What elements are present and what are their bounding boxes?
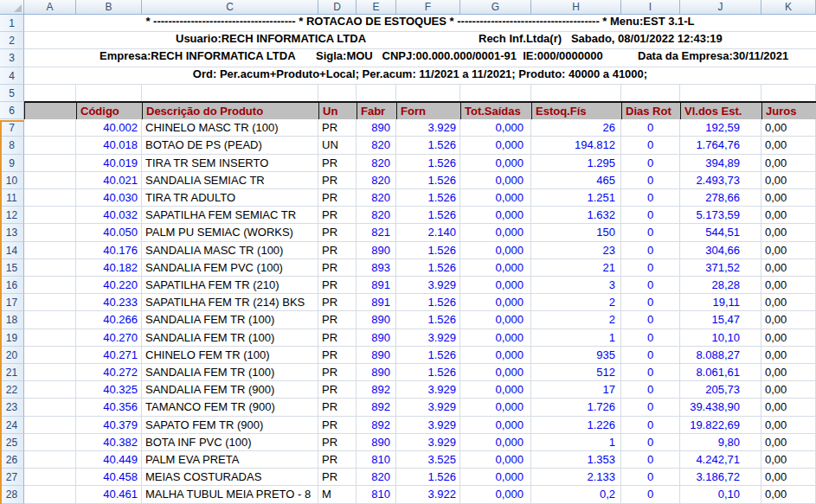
cell-K24[interactable]: 0,00 bbox=[761, 417, 816, 434]
column-header-D[interactable]: D bbox=[318, 0, 357, 15]
cell-D8[interactable]: UN bbox=[318, 137, 357, 154]
cell-C8[interactable]: BOTAO DE PS (PEAD) bbox=[142, 137, 318, 154]
cell-I23[interactable]: 0 bbox=[621, 399, 680, 416]
data-da-empresa-cell[interactable]: Data da Empresa:30/11/2021 bbox=[638, 49, 788, 62]
cell-C23[interactable]: TAMANCO FEM TR (900) bbox=[142, 399, 318, 416]
cell-G22[interactable]: 0,000 bbox=[460, 381, 531, 399]
cell-J12[interactable]: 5.173,59 bbox=[680, 207, 761, 224]
cell-A15[interactable] bbox=[24, 259, 76, 277]
cell-E21[interactable]: 890 bbox=[357, 364, 396, 381]
cell-J23[interactable]: 39.438,90 bbox=[680, 399, 761, 416]
cell-I17[interactable]: 0 bbox=[621, 294, 680, 311]
table-header-7[interactable]: Estoq.Fís bbox=[532, 103, 622, 120]
cell-C26[interactable]: PALM EVA PRETA bbox=[142, 451, 318, 469]
cell-K15[interactable]: 0,00 bbox=[761, 259, 816, 277]
cell-H18[interactable]: 2 bbox=[531, 311, 621, 329]
cell-F20[interactable]: 1.526 bbox=[396, 347, 460, 364]
cell-H10[interactable]: 465 bbox=[531, 172, 621, 189]
row-header-23[interactable]: 23 bbox=[0, 399, 24, 416]
cell-I11[interactable]: 0 bbox=[621, 189, 680, 207]
column-header-J[interactable]: J bbox=[680, 0, 761, 15]
cell-J9[interactable]: 394,89 bbox=[680, 155, 761, 172]
cell-C21[interactable]: SANDALIA FEM TR (100) bbox=[142, 364, 318, 381]
cell-F10[interactable]: 1.526 bbox=[396, 172, 460, 189]
cell-K25[interactable]: 0,00 bbox=[761, 434, 816, 451]
cell-E11[interactable]: 820 bbox=[357, 189, 396, 207]
cell-H28[interactable]: 0,2 bbox=[531, 486, 621, 503]
cell-D15[interactable]: PR bbox=[318, 259, 357, 277]
row-header-5[interactable]: 5 bbox=[0, 85, 24, 102]
row-header-20[interactable]: 20 bbox=[0, 347, 24, 364]
cell-E14[interactable]: 890 bbox=[357, 242, 396, 259]
cell-K5[interactable] bbox=[761, 85, 816, 102]
row-header-4[interactable]: 4 bbox=[0, 67, 24, 85]
row-header-17[interactable]: 17 bbox=[0, 294, 24, 311]
cell-J15[interactable]: 371,52 bbox=[680, 259, 761, 277]
cell-H8[interactable]: 194.812 bbox=[531, 137, 621, 154]
cell-K19[interactable]: 0,00 bbox=[761, 329, 816, 347]
cell-F19[interactable]: 3.929 bbox=[396, 329, 460, 347]
report-title-cell[interactable]: * --------------------------------------… bbox=[24, 15, 816, 28]
cell-E23[interactable]: 892 bbox=[357, 399, 396, 416]
cell-C12[interactable]: SAPATILHA FEM SEMIAC TR bbox=[142, 207, 318, 224]
table-header-1[interactable]: Código bbox=[77, 103, 143, 120]
cell-B18[interactable]: 40.266 bbox=[76, 311, 142, 329]
cell-H12[interactable]: 1.632 bbox=[531, 207, 621, 224]
cell-E5[interactable] bbox=[357, 85, 396, 102]
cell-I5[interactable] bbox=[621, 85, 680, 102]
row-header-22[interactable]: 22 bbox=[0, 381, 24, 399]
cell-J22[interactable]: 205,73 bbox=[680, 381, 761, 399]
cell-A10[interactable] bbox=[24, 172, 76, 189]
cell-J24[interactable]: 19.822,69 bbox=[680, 417, 761, 434]
cell-J17[interactable]: 19,11 bbox=[680, 294, 761, 311]
row-header-13[interactable]: 13 bbox=[0, 224, 24, 241]
cell-A25[interactable] bbox=[24, 434, 76, 451]
cell-H9[interactable]: 1.295 bbox=[531, 155, 621, 172]
cell-E20[interactable]: 890 bbox=[357, 347, 396, 364]
cell-D5[interactable] bbox=[318, 85, 357, 102]
cell-F17[interactable]: 1.526 bbox=[396, 294, 460, 311]
cell-H27[interactable]: 2.133 bbox=[531, 469, 621, 486]
cell-B23[interactable]: 40.356 bbox=[76, 399, 142, 416]
cell-K21[interactable]: 0,00 bbox=[761, 364, 816, 381]
cell-K26[interactable]: 0,00 bbox=[761, 451, 816, 469]
cell-F27[interactable]: 1.526 bbox=[396, 469, 460, 486]
row-header-9[interactable]: 9 bbox=[0, 155, 24, 172]
cell-D13[interactable]: PR bbox=[318, 224, 357, 241]
cell-A9[interactable] bbox=[24, 155, 76, 172]
cell-K18[interactable]: 0,00 bbox=[761, 311, 816, 329]
cell-I25[interactable]: 0 bbox=[621, 434, 680, 451]
row-header-11[interactable]: 11 bbox=[0, 189, 24, 207]
usuario-cell[interactable]: Usuario:RECH INFORMATICA LTDA bbox=[176, 32, 366, 45]
cell-E22[interactable]: 892 bbox=[357, 381, 396, 399]
cell-F15[interactable]: 1.526 bbox=[396, 259, 460, 277]
cell-E27[interactable]: 820 bbox=[357, 469, 396, 486]
cell-I16[interactable]: 0 bbox=[621, 277, 680, 294]
cell-C28[interactable]: MALHA TUBUL MEIA PRETO - 8 bbox=[142, 486, 318, 503]
cell-K28[interactable]: 0,00 bbox=[761, 486, 816, 503]
cell-H11[interactable]: 1.251 bbox=[531, 189, 621, 207]
cell-F5[interactable] bbox=[396, 85, 460, 102]
cell-C13[interactable]: PALM PU SEMIAC (WORKS) bbox=[142, 224, 318, 241]
cell-K20[interactable]: 0,00 bbox=[761, 347, 816, 364]
cell-H23[interactable]: 1.726 bbox=[531, 399, 621, 416]
cell-D9[interactable]: PR bbox=[318, 155, 357, 172]
cell-K22[interactable]: 0,00 bbox=[761, 381, 816, 399]
cell-D16[interactable]: PR bbox=[318, 277, 357, 294]
column-header-I[interactable]: I bbox=[621, 0, 680, 15]
row-header-8[interactable]: 8 bbox=[0, 137, 24, 154]
row-header-18[interactable]: 18 bbox=[0, 311, 24, 329]
cell-J26[interactable]: 4.242,71 bbox=[680, 451, 761, 469]
cell-G10[interactable]: 0,000 bbox=[460, 172, 531, 189]
cell-J7[interactable]: 192,59 bbox=[680, 119, 761, 137]
cell-B20[interactable]: 40.271 bbox=[76, 347, 142, 364]
cell-K17[interactable]: 0,00 bbox=[761, 294, 816, 311]
table-header-4[interactable]: Fabr bbox=[357, 103, 397, 120]
cell-I27[interactable]: 0 bbox=[621, 469, 680, 486]
table-header-9[interactable]: Vl.dos Est. bbox=[681, 103, 762, 120]
cell-C15[interactable]: SANDALIA FEM PVC (100) bbox=[142, 259, 318, 277]
cell-A17[interactable] bbox=[24, 294, 76, 311]
cell-A7[interactable] bbox=[24, 119, 76, 137]
cell-K16[interactable]: 0,00 bbox=[761, 277, 816, 294]
cell-D21[interactable]: PR bbox=[318, 364, 357, 381]
